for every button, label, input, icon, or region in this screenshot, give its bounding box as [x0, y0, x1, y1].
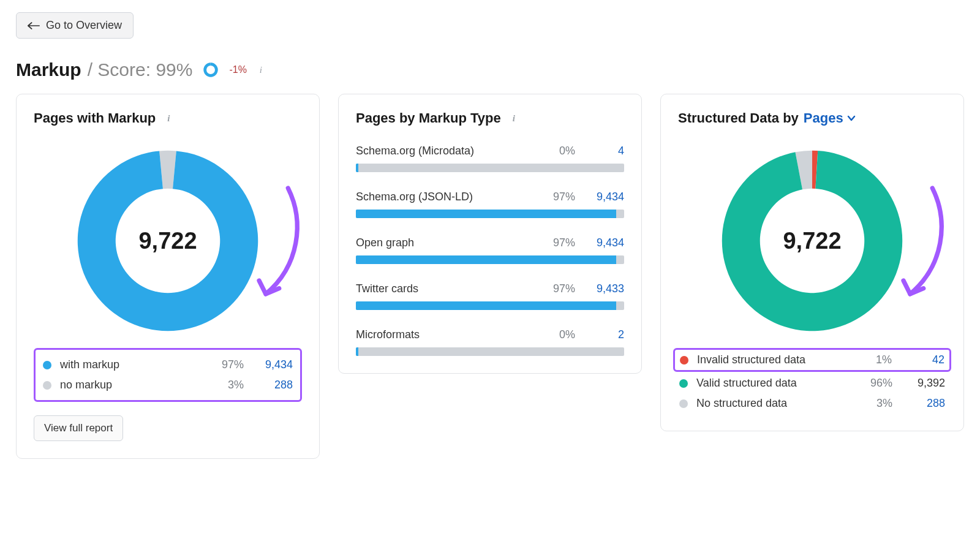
bar-percent: 97% [538, 236, 575, 249]
donut-pages-with-markup: 9,722 [34, 146, 302, 336]
bar-track [356, 255, 624, 264]
bar-count: 9,434 [581, 236, 624, 249]
info-icon[interactable]: i [163, 113, 174, 124]
legend-dot-icon [679, 399, 688, 408]
legend-label: with markup [60, 358, 201, 371]
legend-label: no markup [60, 379, 201, 391]
bar-track [356, 164, 624, 172]
page-header: Markup / Score: 99% -1% i [16, 59, 964, 80]
bar-track [356, 210, 624, 218]
bar-percent: 97% [538, 191, 575, 203]
legend-count: 288 [899, 397, 945, 410]
go-to-overview-button[interactable]: Go to Overview [16, 12, 134, 39]
score-mini-donut-icon [202, 61, 219, 78]
legend-percent: 3% [207, 379, 244, 391]
legend-percent: 1% [858, 353, 892, 366]
bar-item[interactable]: Microformats0%2 [356, 328, 624, 356]
info-icon[interactable]: i [255, 64, 266, 75]
donut-total-label: 9,722 [34, 146, 302, 336]
card-title-prefix: Structured Data by [678, 110, 799, 126]
legend-percent: 96% [858, 377, 892, 390]
bar-label: Schema.org (JSON-LD) [356, 191, 532, 203]
legend-row[interactable]: no markup3%288 [42, 375, 294, 395]
bar-label: Microformats [356, 328, 532, 341]
legend-dot-icon [43, 361, 51, 369]
bar-label: Twitter cards [356, 282, 532, 295]
card-title: Pages with Markup i [34, 110, 302, 126]
go-to-overview-label: Go to Overview [46, 19, 122, 32]
legend-row[interactable]: No structured data3%288 [678, 393, 946, 414]
bar-list: Schema.org (Microdata)0%4Schema.org (JSO… [356, 145, 624, 356]
bar-count: 2 [581, 328, 624, 341]
legend-count: 288 [250, 379, 293, 391]
card-title: Pages by Markup Type i [356, 110, 624, 126]
legend-percent: 3% [858, 397, 892, 410]
card-pages-by-markup-type: Pages by Markup Type i Schema.org (Micro… [338, 94, 642, 374]
bar-percent: 0% [538, 145, 575, 157]
chevron-down-icon [847, 114, 856, 123]
bar-label: Open graph [356, 236, 532, 249]
bar-track [356, 347, 624, 356]
legend-row[interactable]: Invalid structured data1%42 [673, 348, 951, 372]
bar-fill [356, 301, 616, 310]
legend-dot-icon [679, 379, 688, 388]
legend-percent: 97% [207, 358, 244, 371]
arrow-left-icon [28, 21, 40, 30]
legend-dot-icon [680, 356, 688, 365]
bar-count: 9,433 [581, 282, 624, 295]
bar-label: Schema.org (Microdata) [356, 145, 532, 157]
legend-label: No structured data [696, 397, 852, 410]
card-title-text: Pages with Markup [34, 110, 156, 126]
legend-pages-with-markup: with markup97%9,434no markup3%288 [34, 348, 302, 402]
svg-point-1 [205, 64, 217, 76]
card-title: Structured Data by Pages [678, 110, 946, 126]
bar-item[interactable]: Twitter cards97%9,433 [356, 282, 624, 310]
bar-item[interactable]: Schema.org (JSON-LD)97%9,434 [356, 191, 624, 218]
bar-item[interactable]: Open graph97%9,434 [356, 236, 624, 264]
bar-count: 9,434 [581, 191, 624, 203]
legend-dot-icon [43, 381, 51, 390]
legend-structured-data: Invalid structured data1%42Valid structu… [678, 348, 946, 414]
legend-count: 9,434 [250, 358, 293, 371]
bar-percent: 0% [538, 328, 575, 341]
bar-fill [356, 255, 616, 264]
structured-data-dropdown[interactable]: Pages [804, 110, 856, 126]
bar-count: 4 [581, 145, 624, 157]
bar-percent: 97% [538, 282, 575, 295]
legend-label: Valid structured data [696, 377, 852, 390]
donut-structured-data: 9,722 [678, 146, 946, 336]
score-label: / Score: 99% [88, 59, 193, 80]
page-title: Markup [16, 59, 81, 80]
bar-fill [356, 347, 358, 356]
legend-row[interactable]: Valid structured data96%9,392 [678, 373, 946, 393]
legend-count: 9,392 [899, 377, 945, 390]
legend-label: Invalid structured data [697, 353, 851, 366]
legend-row[interactable]: with markup97%9,434 [42, 355, 294, 375]
card-structured-data: Structured Data by Pages 9,722 Invalid s… [660, 94, 964, 431]
view-full-report-button[interactable]: View full report [34, 415, 123, 441]
dropdown-selected-label: Pages [804, 110, 843, 126]
donut-total-label: 9,722 [678, 146, 946, 336]
bar-item[interactable]: Schema.org (Microdata)0%4 [356, 145, 624, 172]
info-icon[interactable]: i [508, 113, 519, 124]
cards-row: Pages with Markup i 9,722 with markup97%… [16, 94, 964, 459]
score-delta: -1% [229, 64, 246, 75]
legend-count: 42 [898, 353, 944, 366]
bar-fill [356, 164, 358, 172]
bar-track [356, 301, 624, 310]
view-full-report-label: View full report [44, 422, 113, 434]
bar-fill [356, 210, 616, 218]
card-title-text: Pages by Markup Type [356, 110, 501, 126]
card-pages-with-markup: Pages with Markup i 9,722 with markup97%… [16, 94, 320, 459]
